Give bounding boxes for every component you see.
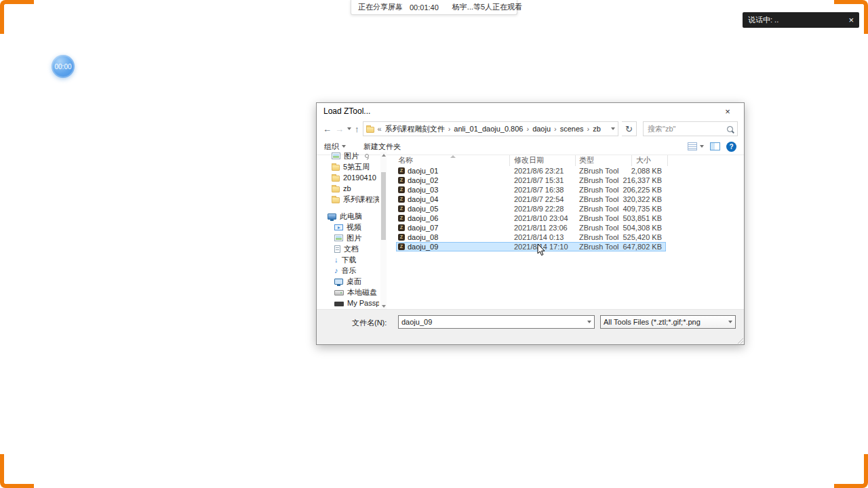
- column-header-name[interactable]: 名称: [398, 155, 413, 165]
- sidebar-item-folder[interactable]: 20190410（UV: [319, 172, 379, 183]
- refresh-button[interactable]: ↻: [622, 121, 637, 136]
- column-header-date[interactable]: 修改日期: [514, 155, 544, 165]
- sidebar-item-download[interactable]: ↓下载: [319, 254, 379, 265]
- sidebar-item-label: 图片: [347, 233, 361, 243]
- sidebar-item-desktop[interactable]: 桌面: [319, 276, 379, 287]
- file-row[interactable]: Zdaoju_022021/8/7 15:31ZBrush Tool216,33…: [396, 176, 666, 185]
- ztool-file-icon: Z: [398, 215, 405, 222]
- file-row[interactable]: Zdaoju_032021/8/7 16:38ZBrush Tool206,22…: [396, 185, 666, 195]
- toast-close-icon[interactable]: ×: [848, 16, 854, 24]
- sidebar-item-label: zb: [343, 184, 351, 192]
- sidebar-item-label: 文档: [344, 244, 359, 254]
- file-name: daoju_07: [408, 223, 438, 232]
- dialog-titlebar[interactable]: Load ZTool... ×: [317, 103, 744, 119]
- scroll-down-icon[interactable]: [380, 303, 387, 309]
- column-header-type[interactable]: 类型: [579, 155, 594, 165]
- sidebar-item-music[interactable]: ♪音乐: [319, 265, 379, 276]
- search-icon: [727, 126, 733, 132]
- pictures-icon: [332, 152, 340, 159]
- resize-grip[interactable]: [736, 337, 743, 344]
- file-row[interactable]: Zdaoju_072021/8/11 23:06ZBrush Tool504,3…: [396, 223, 666, 232]
- sidebar-item-doc[interactable]: 文档: [319, 243, 379, 254]
- share-border-bottom-left: [0, 454, 34, 488]
- folder-icon: [332, 197, 340, 203]
- sidebar-item-label: 此电脑: [340, 211, 362, 222]
- breadcrumb-item[interactable]: scenes: [560, 125, 584, 133]
- filename-value: daoju_09: [401, 318, 587, 326]
- sidebar-item-video[interactable]: 视频: [319, 222, 379, 232]
- file-size: 503,851 KB: [601, 214, 662, 223]
- file-list-body: Zdaoju_012021/8/6 23:21ZBrush Tool2,088 …: [396, 166, 667, 251]
- file-row[interactable]: Zdaoju_082021/8/14 0:13ZBrush Tool525,42…: [396, 232, 666, 242]
- preview-pane-icon[interactable]: [710, 142, 720, 150]
- view-mode-button[interactable]: [688, 142, 704, 150]
- file-row[interactable]: Zdaoju_062021/8/10 23:04ZBrush Tool503,8…: [396, 214, 666, 223]
- sidebar-item-pictures[interactable]: 图片: [319, 232, 379, 243]
- file-row[interactable]: Zdaoju_012021/8/6 23:21ZBrush Tool2,088 …: [396, 166, 666, 176]
- folder-icon: [332, 176, 340, 182]
- video-icon: [334, 224, 343, 230]
- dialog-title: Load ZTool...: [323, 106, 718, 116]
- breadcrumb-item[interactable]: daoju: [532, 125, 551, 133]
- sidebar-item-folder[interactable]: 5第五周: [319, 161, 379, 172]
- folder-icon: [366, 127, 374, 133]
- column-separator[interactable]: [631, 155, 632, 166]
- file-size: 320,322 KB: [601, 195, 662, 204]
- scroll-up-icon[interactable]: [380, 152, 387, 158]
- help-icon[interactable]: ?: [726, 142, 736, 152]
- up-icon[interactable]: ↑: [355, 125, 359, 134]
- column-header-size[interactable]: 大小: [636, 155, 651, 165]
- share-viewers-label[interactable]: 杨宇...等5人正在观看: [452, 2, 522, 12]
- file-row[interactable]: Zdaoju_092021/8/14 17:10ZBrush Tool647,8…: [396, 242, 666, 251]
- share-status-label: 正在分享屏幕: [358, 2, 403, 12]
- breadcrumb-separator: ›: [526, 125, 530, 133]
- column-separator[interactable]: [575, 155, 576, 166]
- floating-timer-badge[interactable]: 00:00: [52, 55, 75, 78]
- sidebar-item-pictures[interactable]: 图片: [319, 150, 379, 161]
- sort-ascending-icon: [450, 155, 456, 158]
- sidebar-item-disk[interactable]: 本地磁盘 (C:): [319, 287, 379, 298]
- sidebar-item-label: 桌面: [347, 277, 361, 287]
- breadcrumb-item[interactable]: zb: [593, 125, 601, 133]
- breadcrumb-item[interactable]: anli_01_daoju_0.806: [454, 125, 523, 133]
- history-chevron-icon[interactable]: [347, 127, 351, 130]
- filetype-select[interactable]: All Tools Files (*.ztl;*.gif;*.png: [600, 315, 736, 329]
- column-separator[interactable]: [509, 155, 510, 166]
- filename-input[interactable]: daoju_09: [398, 315, 595, 329]
- ztool-file-icon: Z: [398, 243, 405, 250]
- ztool-file-icon: Z: [398, 205, 405, 212]
- share-border-top-left: [0, 0, 34, 34]
- breadcrumb-separator: ›: [448, 125, 452, 133]
- sidebar-scrollbar[interactable]: [380, 152, 387, 309]
- address-dropdown-chevron-icon[interactable]: [611, 127, 615, 130]
- address-bar[interactable]: « 系列课程雕刻文件›anli_01_daoju_0.806›daoju›sce…: [363, 121, 619, 136]
- file-list: 名称 修改日期 类型 大小 Zdaoju_012021/8/6 23:21ZBr…: [396, 153, 677, 309]
- file-size: 409,735 KB: [601, 204, 662, 214]
- search-input[interactable]: 搜索"zb": [643, 121, 738, 136]
- back-icon[interactable]: ←: [323, 125, 332, 134]
- scrollbar-thumb[interactable]: [381, 172, 386, 240]
- breadcrumb-item[interactable]: 系列课程雕刻文件: [385, 124, 445, 134]
- download-icon: ↓: [334, 256, 338, 264]
- breadcrumb-prefix: «: [377, 125, 382, 133]
- filename-dropdown-chevron-icon[interactable]: [587, 321, 591, 323]
- speaking-toast-text: 说话中: ..: [748, 15, 848, 25]
- column-separator[interactable]: [667, 155, 668, 166]
- sidebar-item-label: 视频: [347, 222, 361, 232]
- sidebar-item-pc[interactable]: 此电脑: [319, 211, 379, 222]
- file-size: 647,802 KB: [601, 242, 662, 251]
- sidebar-item-folder[interactable]: 系列课程演示录: [319, 194, 379, 205]
- file-name: daoju_04: [408, 195, 438, 204]
- ztool-file-icon: Z: [398, 167, 405, 174]
- sidebar-item-folder[interactable]: zb: [319, 183, 379, 194]
- dialog-close-icon[interactable]: ×: [718, 106, 737, 117]
- file-size: 206,225 KB: [601, 185, 662, 195]
- sidebar-item-label: 5第五周: [343, 162, 370, 172]
- file-name: daoju_03: [408, 185, 438, 195]
- file-row[interactable]: Zdaoju_042021/8/7 22:54ZBrush Tool320,32…: [396, 195, 666, 204]
- file-size: 525,420 KB: [601, 232, 662, 242]
- speaking-toast: 说话中: .. ×: [743, 12, 859, 28]
- forward-icon[interactable]: →: [335, 125, 344, 134]
- file-row[interactable]: Zdaoju_052021/8/9 22:28ZBrush Tool409,73…: [396, 204, 666, 214]
- sidebar-item-drive[interactable]: My Passport (E: [319, 298, 379, 308]
